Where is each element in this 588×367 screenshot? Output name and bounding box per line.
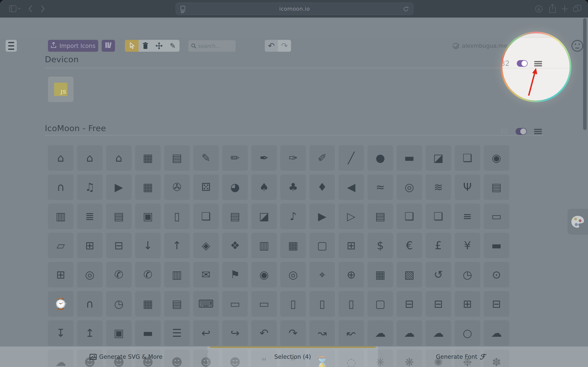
icon-calculator[interactable]: ⊞ — [48, 262, 73, 287]
icon-pen[interactable]: ✑ — [280, 145, 306, 171]
icon-redo2[interactable]: ↷ — [280, 320, 306, 346]
icon-home3[interactable]: ⌂ — [106, 145, 132, 171]
icon-pushpin[interactable]: ⚑ — [222, 262, 248, 287]
icon-drawer[interactable]: ⊟ — [397, 291, 422, 317]
icon-feed[interactable]: ≋ — [426, 175, 451, 200]
icon-coin-euro[interactable]: € — [397, 233, 422, 258]
scrollbar-thumb[interactable] — [583, 18, 587, 130]
icon-folder-upload[interactable]: ↑ — [164, 233, 190, 258]
icon-file-play[interactable]: ▶ — [309, 204, 335, 229]
icon-spades[interactable]: ♠ — [251, 175, 277, 200]
icon-connection[interactable]: ≈ — [367, 175, 393, 200]
chevron-down-icon[interactable] — [17, 7, 21, 10]
icon-phone[interactable]: ✆ — [106, 262, 132, 287]
icon-folder-open[interactable]: ▱ — [48, 233, 73, 258]
icon-folder[interactable]: ▭ — [484, 204, 509, 229]
icon-blog[interactable]: ✐ — [309, 145, 335, 171]
icon-folder-plus[interactable]: ⊞ — [77, 233, 103, 258]
icon-tablet[interactable]: ▯ — [338, 291, 364, 317]
search-box[interactable] — [188, 40, 235, 52]
icon-ticket[interactable]: ▢ — [309, 233, 335, 258]
icon-profile[interactable]: ▣ — [135, 204, 161, 229]
reader-icon[interactable] — [180, 5, 186, 13]
search-input[interactable] — [198, 43, 233, 49]
icon-bullhorn[interactable]: ◀ — [338, 175, 364, 200]
icon-drawer2[interactable]: ⊟ — [426, 291, 451, 317]
icon-image[interactable]: ◪ — [426, 145, 451, 171]
icon-diamonds[interactable]: ♦ — [309, 175, 335, 200]
icon-play[interactable]: ▶ — [106, 175, 132, 200]
icon-home2[interactable]: ⌂ — [77, 145, 103, 171]
icon-reply[interactable]: ↜ — [338, 320, 364, 346]
icon-address-book[interactable]: ▥ — [164, 262, 190, 287]
icon-bell[interactable]: ∩ — [77, 291, 103, 317]
icon-qrcode[interactable]: ▦ — [280, 233, 306, 258]
icon-compass2[interactable]: ⊕ — [338, 262, 364, 287]
reload-icon[interactable] — [402, 6, 409, 13]
icon-books[interactable]: ▥ — [48, 204, 73, 229]
icon-video-camera[interactable]: ✇ — [164, 175, 190, 200]
icon-home[interactable]: ⌂ — [48, 145, 73, 171]
theme-palette-button[interactable] — [568, 209, 588, 235]
icon-bubble[interactable]: ☁ — [367, 320, 393, 346]
icon-pencil2[interactable]: ✏ — [222, 145, 248, 171]
icon-quill[interactable]: ✒ — [251, 145, 277, 171]
icon-pencil[interactable]: ✎ — [193, 145, 219, 171]
icon-book[interactable]: ▤ — [484, 175, 509, 200]
back-icon[interactable] — [28, 5, 33, 13]
icon-laptop[interactable]: ▭ — [251, 291, 277, 317]
icon-mic[interactable]: Ψ — [455, 175, 480, 200]
icon-newspaper[interactable]: ▤ — [164, 145, 190, 171]
tab-generate-font[interactable]: Generate Font ℱ — [378, 347, 543, 367]
icon-pacman[interactable]: ◕ — [222, 175, 248, 200]
icon-map[interactable]: ▦ — [367, 262, 393, 287]
icon-tv[interactable]: ▢ — [367, 291, 393, 317]
icon-box-remove[interactable]: ⊟ — [484, 291, 509, 317]
icon-office[interactable]: ▦ — [135, 145, 161, 171]
icon-library-button[interactable] — [102, 40, 115, 52]
icon-coin-pound[interactable]: £ — [426, 233, 451, 258]
icon-box-add[interactable]: ⊞ — [455, 291, 480, 317]
undo-button[interactable]: ↶ — [265, 40, 278, 52]
icon-keyboard[interactable]: ⌨ — [193, 291, 219, 317]
move-tool-button[interactable] — [152, 40, 166, 52]
icon-folder-minus[interactable]: ⊟ — [106, 233, 132, 258]
icon-redo[interactable]: ↪ — [222, 320, 248, 346]
icon-lifebuoy[interactable]: ◎ — [77, 262, 103, 287]
icon-stopwatch[interactable]: ◷ — [106, 291, 132, 317]
main-menu-button[interactable] — [6, 40, 17, 52]
icomoon-set-menu-button[interactable] — [534, 129, 542, 135]
tab-generate-svg[interactable]: Generate SVG & More — [45, 347, 207, 367]
icon-mobile2[interactable]: ▯ — [309, 291, 335, 317]
icon-javascript[interactable]: JS — [48, 76, 73, 102]
icon-price-tags[interactable]: ❖ — [222, 233, 248, 258]
icon-file-video[interactable]: ▷ — [338, 204, 364, 229]
icon-file-picture[interactable]: ◪ — [251, 204, 277, 229]
icon-phone-hang-up[interactable]: ✆ — [135, 262, 161, 287]
icon-file-zip[interactable]: ▤ — [367, 204, 393, 229]
icon-calendar[interactable]: ▦ — [135, 291, 161, 317]
icon-upload[interactable]: ↥ — [77, 320, 103, 346]
icon-envelop[interactable]: ✉ — [193, 262, 219, 287]
icon-cart[interactable]: ⊞ — [338, 233, 364, 258]
icon-clubs[interactable]: ♣ — [280, 175, 306, 200]
icon-file-empty[interactable]: ▯ — [164, 204, 190, 229]
import-icons-button[interactable]: Import Icons — [48, 40, 98, 52]
tab-overview-icon[interactable] — [573, 5, 582, 13]
icon-folder-download[interactable]: ↓ — [135, 233, 161, 258]
icon-mobile[interactable]: ▯ — [280, 291, 306, 317]
icon-headphones[interactable]: ∩ — [48, 175, 73, 200]
icon-paint-format[interactable]: ▬ — [397, 145, 422, 171]
icon-library[interactable]: ≣ — [77, 204, 103, 229]
icon-alarm[interactable]: ⌚ — [48, 291, 73, 317]
icon-copy[interactable]: ❑ — [397, 204, 422, 229]
icon-display[interactable]: ▭ — [222, 291, 248, 317]
icon-droplet[interactable]: ● — [367, 145, 393, 171]
icon-undo2[interactable]: ↶ — [251, 320, 277, 346]
icon-bubbles[interactable]: ☁ — [397, 320, 422, 346]
icon-stack[interactable]: ≡ — [455, 204, 480, 229]
icon-clock2[interactable]: ⊙ — [484, 262, 509, 287]
icon-map2[interactable]: ▧ — [397, 262, 422, 287]
icon-music[interactable]: ♫ — [77, 175, 103, 200]
feedback-face-button[interactable] — [571, 40, 584, 53]
